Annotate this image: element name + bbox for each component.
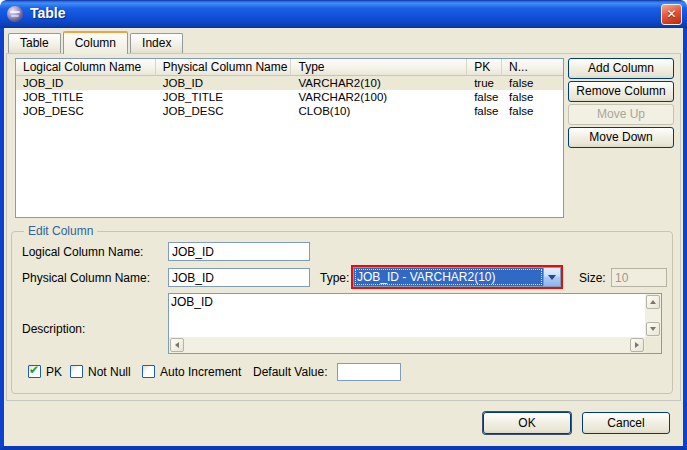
tab-bar: Table Column Index: [8, 29, 185, 53]
scroll-up-button[interactable]: [646, 295, 660, 309]
cell-not-null: false: [502, 76, 563, 90]
vertical-scrollbar[interactable]: [645, 294, 661, 337]
type-combo-highlight: JOB_ID - VARCHAR2(10): [351, 265, 563, 289]
scroll-down-button[interactable]: [646, 322, 660, 336]
chevron-down-icon: [548, 275, 556, 280]
add-column-button[interactable]: Add Column: [568, 58, 674, 79]
cell-logical: JOB_DESC: [16, 104, 156, 118]
cell-physical: JOB_ID: [156, 76, 292, 90]
cancel-button[interactable]: Cancel: [582, 412, 670, 434]
tab-table[interactable]: Table: [8, 33, 61, 53]
header-pk[interactable]: PK: [467, 59, 502, 76]
type-selected-value: JOB_ID - VARCHAR2(10): [354, 268, 543, 286]
cell-type: VARCHAR2(10): [291, 76, 467, 90]
scroll-left-icon: [175, 342, 179, 348]
cell-pk: false: [467, 90, 502, 104]
physical-column-name-label: Physical Column Name:: [22, 271, 150, 285]
remove-column-button[interactable]: Remove Column: [568, 81, 674, 102]
horizontal-scrollbar[interactable]: [169, 337, 645, 353]
table-row[interactable]: JOB_ID JOB_ID VARCHAR2(10) true false: [16, 76, 563, 90]
pk-checkbox-label: PK: [46, 365, 62, 379]
not-null-checkbox-label: Not Null: [88, 365, 131, 379]
cell-physical: JOB_DESC: [156, 104, 292, 118]
auto-increment-checkbox-label: Auto Increment: [160, 365, 241, 379]
cell-not-null: false: [502, 104, 563, 118]
size-input: [611, 268, 667, 287]
titlebar[interactable]: Table ✕: [0, 0, 687, 28]
type-combobox[interactable]: JOB_ID - VARCHAR2(10): [353, 267, 561, 287]
auto-increment-checkbox[interactable]: [142, 365, 155, 378]
scroll-right-button[interactable]: [630, 338, 644, 352]
header-type[interactable]: Type: [291, 59, 467, 76]
description-value: JOB_ID: [171, 295, 213, 309]
window-title: Table: [30, 5, 66, 21]
scroll-right-icon: [635, 342, 639, 348]
scrollbar-corner: [645, 337, 661, 353]
header-logical-column-name[interactable]: Logical Column Name: [16, 59, 156, 76]
dialog-body: Table Column Index Logical Column Name P…: [0, 28, 687, 450]
cell-physical: JOB_TITLE: [156, 90, 292, 104]
scroll-down-icon: [650, 327, 656, 331]
tab-index[interactable]: Index: [130, 33, 183, 53]
table-dialog: Table ✕ Table Column Index Logical Colum…: [0, 0, 687, 450]
type-dropdown-button[interactable]: [543, 268, 560, 286]
header-physical-column-name[interactable]: Physical Column Name: [156, 59, 292, 76]
cell-type: VARCHAR2(100): [291, 90, 467, 104]
description-textarea[interactable]: JOB_ID: [168, 293, 662, 354]
edit-column-group: Edit Column Logical Column Name: Physica…: [11, 231, 673, 394]
logical-column-name-input[interactable]: [168, 242, 310, 261]
move-down-button[interactable]: Move Down: [568, 127, 674, 148]
close-button[interactable]: ✕: [661, 4, 682, 25]
check-icon: ✔: [29, 363, 39, 377]
cell-not-null: false: [502, 90, 563, 104]
pk-checkbox[interactable]: ✔: [28, 365, 41, 378]
column-tab-panel: Logical Column Name Physical Column Name…: [6, 53, 681, 401]
move-up-button: Move Up: [568, 104, 674, 125]
column-table-header: Logical Column Name Physical Column Name…: [16, 59, 563, 76]
cell-logical: JOB_ID: [16, 76, 156, 90]
eclipse-app-icon: [7, 6, 23, 22]
cell-pk: false: [467, 104, 502, 118]
physical-column-name-input[interactable]: [168, 268, 310, 287]
cell-pk: true: [467, 76, 502, 90]
tab-column[interactable]: Column: [63, 31, 128, 54]
size-label: Size:: [579, 271, 606, 285]
close-icon: ✕: [666, 7, 676, 21]
logical-column-name-label: Logical Column Name:: [22, 245, 143, 259]
column-table[interactable]: Logical Column Name Physical Column Name…: [15, 58, 564, 218]
table-row[interactable]: JOB_DESC JOB_DESC CLOB(10) false false: [16, 104, 563, 118]
not-null-checkbox[interactable]: [70, 365, 83, 378]
ok-button[interactable]: OK: [483, 412, 571, 434]
type-label: Type:: [320, 271, 349, 285]
scroll-left-button[interactable]: [170, 338, 184, 352]
edit-column-group-label: Edit Column: [24, 224, 97, 238]
scroll-up-icon: [650, 300, 656, 304]
header-not-null[interactable]: N...: [502, 59, 563, 76]
description-label: Description:: [22, 322, 85, 336]
table-row[interactable]: JOB_TITLE JOB_TITLE VARCHAR2(100) false …: [16, 90, 563, 104]
default-value-input[interactable]: [337, 363, 401, 381]
cell-type: CLOB(10): [291, 104, 467, 118]
default-value-label: Default Value:: [253, 365, 328, 379]
cell-logical: JOB_TITLE: [16, 90, 156, 104]
